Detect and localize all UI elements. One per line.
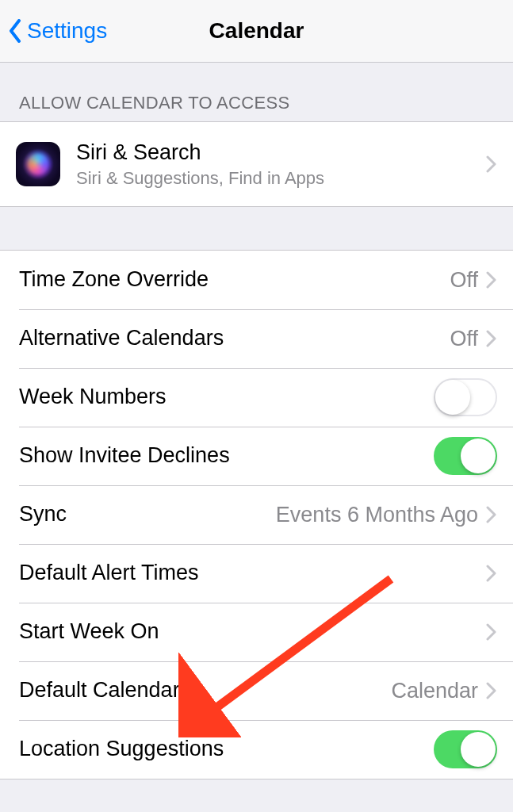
cell-value: Off — [450, 327, 478, 351]
show-invitee-toggle[interactable] — [434, 437, 497, 475]
siri-search-cell[interactable]: Siri & Search Siri & Suggestions, Find i… — [0, 122, 513, 206]
navigation-bar: Settings Calendar — [0, 0, 513, 63]
chevron-right-icon — [486, 330, 497, 347]
cell-label: Default Alert Times — [19, 560, 486, 587]
week-numbers-cell: Week Numbers — [0, 368, 513, 427]
sync-cell[interactable]: Sync Events 6 Months Ago — [0, 485, 513, 544]
cell-label: Sync — [19, 501, 276, 528]
chevron-right-icon — [486, 565, 497, 582]
week-numbers-toggle[interactable] — [434, 378, 497, 416]
chevron-right-icon — [486, 623, 497, 641]
chevron-left-icon — [8, 19, 22, 43]
cell-value: Calendar — [391, 679, 478, 703]
default-alert-times-cell[interactable]: Default Alert Times — [0, 544, 513, 603]
cell-label: Default Calendar — [19, 677, 391, 704]
back-button[interactable]: Settings — [8, 18, 107, 44]
cell-label: Location Suggestions — [19, 736, 434, 763]
cell-label: Show Invitee Declines — [19, 442, 434, 469]
show-invitee-declines-cell: Show Invitee Declines — [0, 427, 513, 485]
cell-label: Week Numbers — [19, 384, 434, 411]
cell-label: Time Zone Override — [19, 266, 450, 293]
settings-group: Time Zone Override Off Alternative Calen… — [0, 250, 513, 779]
alternative-calendars-cell[interactable]: Alternative Calendars Off — [0, 309, 513, 368]
location-suggestions-toggle[interactable] — [434, 730, 497, 768]
back-label: Settings — [27, 18, 107, 44]
default-calendar-cell[interactable]: Default Calendar Calendar — [0, 661, 513, 720]
cell-label: Start Week On — [19, 619, 486, 645]
cell-value: Events 6 Months Ago — [276, 503, 478, 527]
chevron-right-icon — [486, 271, 497, 289]
cell-value: Off — [450, 268, 478, 293]
time-zone-override-cell[interactable]: Time Zone Override Off — [0, 251, 513, 309]
siri-icon — [16, 142, 60, 186]
chevron-right-icon — [486, 506, 497, 523]
chevron-right-icon — [486, 155, 497, 173]
page-title: Calendar — [209, 18, 304, 44]
siri-title: Siri & Search — [76, 140, 486, 167]
start-week-on-cell[interactable]: Start Week On — [0, 603, 513, 661]
access-group: Siri & Search Siri & Suggestions, Find i… — [0, 121, 513, 207]
chevron-right-icon — [486, 682, 497, 699]
location-suggestions-cell: Location Suggestions — [0, 720, 513, 779]
section-header-access: ALLOW CALENDAR TO ACCESS — [0, 63, 513, 121]
cell-label: Alternative Calendars — [19, 325, 450, 352]
siri-subtitle: Siri & Suggestions, Find in Apps — [76, 168, 486, 189]
